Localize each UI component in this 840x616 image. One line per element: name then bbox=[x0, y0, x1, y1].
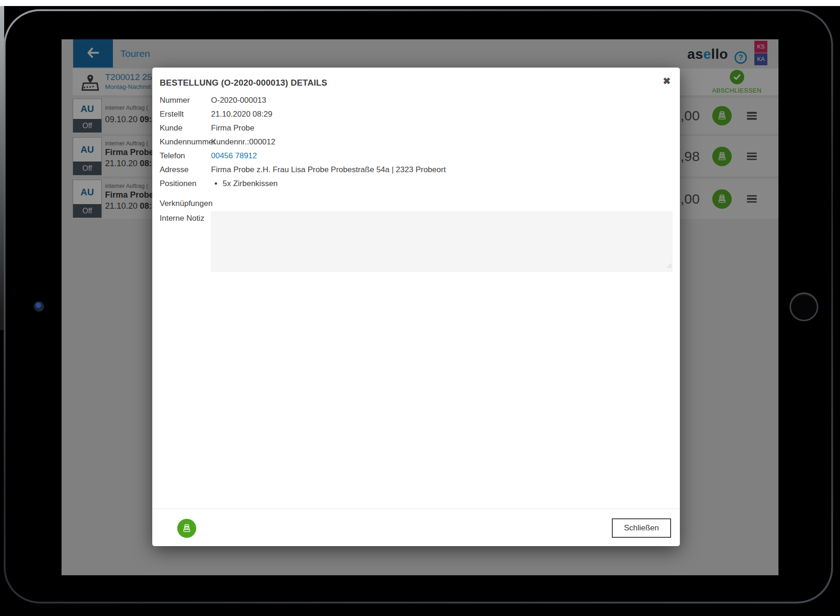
phone-link[interactable]: 00456 78912 bbox=[211, 149, 257, 163]
field-label: Erstellt bbox=[160, 107, 211, 121]
order-details-modal: BESTELLUNG (O-2020-000013) DETAILS ✖ Num… bbox=[152, 68, 680, 546]
field-row-nummer: Nummer O-2020-000013 bbox=[160, 93, 672, 107]
position-item: 5x Zirbenkissen bbox=[223, 177, 278, 191]
field-row-kundennummer: Kundennummer Kundennr.:000012 bbox=[160, 135, 672, 149]
field-row-adresse: Adresse Firma Probe z.H. Frau Lisa Probe… bbox=[160, 163, 672, 177]
modal-header: BESTELLUNG (O-2020-000013) DETAILS ✖ bbox=[152, 68, 680, 92]
modal-title: BESTELLUNG (O-2020-000013) DETAILS bbox=[160, 78, 672, 88]
field-row-positionen: Positionen 5x Zirbenkissen bbox=[160, 177, 672, 191]
field-label: Kunde bbox=[160, 121, 211, 135]
field-row-kunde: Kunde Firma Probe bbox=[160, 121, 672, 135]
internal-note-textarea[interactable] bbox=[211, 212, 672, 272]
note-box bbox=[211, 212, 672, 272]
field-label: Kundennummer bbox=[160, 135, 211, 149]
close-icon[interactable]: ✖ bbox=[663, 76, 671, 86]
modal-body: Nummer O-2020-000013 Erstellt 21.10.2020… bbox=[152, 92, 680, 272]
app-screen: Touren asello ? KS KA T200012 25.1 Monta… bbox=[62, 39, 778, 575]
field-row-interne-notiz: Interne Notiz bbox=[160, 212, 672, 272]
field-value: Kundennr.:000012 bbox=[211, 135, 275, 149]
close-button[interactable]: Schließen bbox=[612, 518, 671, 538]
field-row-erstellt: Erstellt 21.10.2020 08:29 bbox=[160, 107, 672, 121]
field-label: Nummer bbox=[160, 93, 211, 107]
field-label: Telefon bbox=[160, 149, 211, 163]
resize-handle-icon[interactable] bbox=[666, 261, 672, 271]
modal-footer: Schließen bbox=[152, 509, 680, 546]
field-label: Adresse bbox=[160, 163, 211, 177]
field-row-telefon: Telefon 00456 78912 bbox=[160, 149, 672, 163]
tablet-home-button[interactable] bbox=[790, 292, 818, 321]
field-row-verknuepfungen: Verknüpfungen bbox=[160, 197, 672, 211]
field-value: Firma Probe z.H. Frau Lisa Probe Probest… bbox=[211, 163, 446, 177]
field-value: O-2020-000013 bbox=[211, 93, 266, 107]
field-value: 21.10.2020 08:29 bbox=[211, 107, 272, 121]
positions-list: 5x Zirbenkissen bbox=[211, 177, 278, 191]
cash-register-button[interactable] bbox=[177, 519, 196, 538]
tablet-camera bbox=[34, 301, 44, 311]
field-label: Positionen bbox=[160, 177, 211, 191]
field-value: Firma Probe bbox=[211, 121, 255, 135]
page-top-band bbox=[0, 0, 840, 6]
field-label: Interne Notiz bbox=[160, 212, 211, 272]
